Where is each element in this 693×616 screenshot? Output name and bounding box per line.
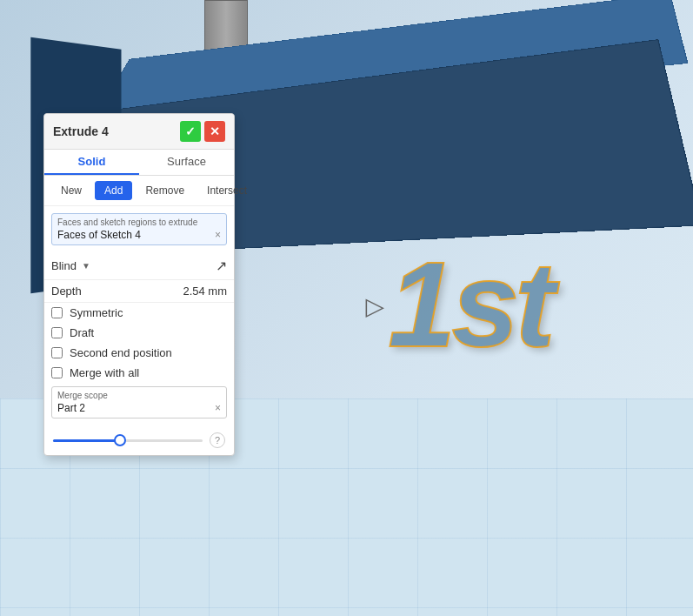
- blind-row: Blind ▼ ↗: [44, 252, 234, 280]
- op-add-button[interactable]: Add: [95, 181, 132, 200]
- tab-surface[interactable]: Surface: [139, 150, 234, 175]
- blind-dropdown[interactable]: Blind ▼: [51, 259, 216, 272]
- depth-value[interactable]: 2.54 mm: [183, 285, 227, 298]
- merge-all-checkbox-row: Merge with all: [44, 363, 234, 383]
- tab-bar: Solid Surface: [44, 150, 234, 176]
- merge-scope-label: Merge scope: [57, 391, 221, 400]
- slider-track: [53, 439, 203, 442]
- symmetric-checkbox[interactable]: [51, 307, 63, 318]
- draft-checkbox[interactable]: [51, 327, 63, 338]
- panel-header: Extrude 4 ✓ ✕: [44, 114, 234, 150]
- slider-row: ?: [44, 425, 234, 455]
- tab-solid[interactable]: Solid: [44, 150, 139, 175]
- help-icon[interactable]: ?: [210, 432, 225, 448]
- slider-fill: [53, 439, 120, 442]
- op-remove-button[interactable]: Remove: [136, 181, 194, 200]
- symmetric-checkbox-row: Symmetric: [44, 303, 234, 323]
- blind-label: Blind: [51, 259, 77, 272]
- second-end-checkbox-row: Second end position: [44, 343, 234, 363]
- faces-value-text: Faces of Sketch 4: [57, 229, 141, 241]
- faces-label: Faces and sketch regions to extrude: [57, 218, 221, 227]
- slider-thumb[interactable]: [114, 434, 126, 446]
- faces-clear-icon[interactable]: ×: [215, 229, 221, 241]
- extrude-panel: Extrude 4 ✓ ✕ Solid Surface New Add Remo…: [43, 113, 235, 456]
- merge-scope-value: Part 2: [57, 402, 85, 414]
- text-outline-label: 1st: [388, 234, 550, 375]
- confirm-button[interactable]: ✓: [180, 121, 201, 142]
- draft-label[interactable]: Draft: [70, 326, 94, 339]
- op-new-button[interactable]: New: [51, 181, 91, 200]
- flip-direction-icon[interactable]: ↗: [216, 258, 227, 274]
- panel-title: Extrude 4: [53, 124, 109, 138]
- faces-section[interactable]: Faces and sketch regions to extrude Face…: [51, 213, 227, 245]
- merge-scope-section[interactable]: Merge scope Part 2 ×: [51, 386, 227, 418]
- merge-all-label[interactable]: Merge with all: [70, 366, 139, 379]
- draft-checkbox-row: Draft: [44, 323, 234, 343]
- header-buttons: ✓ ✕: [180, 121, 225, 142]
- cancel-button[interactable]: ✕: [204, 121, 225, 142]
- merge-all-checkbox[interactable]: [51, 367, 63, 378]
- merge-scope-clear-icon[interactable]: ×: [215, 402, 221, 414]
- direction-arrow-icon: ◁: [365, 296, 384, 325]
- operation-bar: New Add Remove Intersect: [44, 176, 234, 206]
- depth-row: Depth 2.54 mm: [44, 280, 234, 303]
- merge-scope-value-row: Part 2 ×: [57, 402, 221, 414]
- symmetric-label[interactable]: Symmetric: [70, 306, 123, 319]
- second-end-label[interactable]: Second end position: [70, 346, 172, 359]
- slider-container[interactable]: [53, 439, 203, 442]
- depth-label: Depth: [51, 285, 82, 298]
- faces-value-row: Faces of Sketch 4 ×: [57, 229, 221, 241]
- dropdown-arrow-icon: ▼: [82, 261, 90, 271]
- op-intersect-button[interactable]: Intersect: [197, 181, 257, 200]
- second-end-checkbox[interactable]: [51, 347, 63, 358]
